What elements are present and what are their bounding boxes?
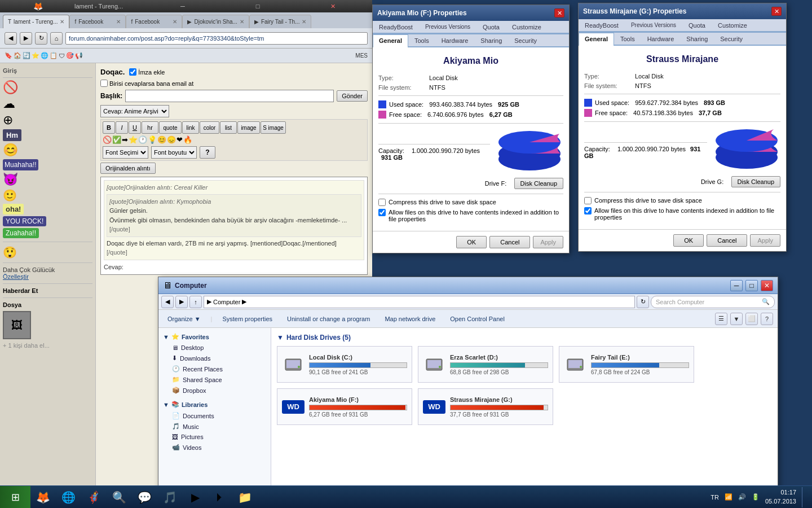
minimize-icon[interactable]: ─ bbox=[146, 3, 219, 10]
image-button[interactable]: image bbox=[237, 121, 260, 134]
back-button[interactable]: ◀ bbox=[161, 296, 174, 308]
baslik-input[interactable] bbox=[125, 90, 334, 102]
props-f-tab-readyboost[interactable]: ReadyBoost bbox=[373, 21, 419, 33]
taskbar-item-winamp[interactable]: 🎵 bbox=[158, 487, 182, 507]
start-button[interactable]: ⊞ bbox=[0, 486, 30, 509]
quote-button[interactable]: quote bbox=[159, 121, 182, 134]
emoji-check[interactable]: ✅ bbox=[112, 135, 121, 144]
props-g-cleanup-button[interactable]: Disk Cleanup bbox=[731, 176, 780, 187]
tab-fb2-close[interactable]: ✕ bbox=[173, 19, 177, 25]
drive-d[interactable]: Erza Scarlet (D:) 68,8 GB free of 298 GB bbox=[418, 346, 553, 383]
props-g-tab-security[interactable]: Security bbox=[714, 33, 749, 45]
props-f-tab-tools[interactable]: Tools bbox=[408, 34, 435, 46]
props-g-close-button[interactable]: ✕ bbox=[771, 7, 782, 16]
map-network-button[interactable]: Map network drive bbox=[380, 314, 440, 323]
tab-fb2[interactable]: f Facebook ✕ bbox=[126, 15, 182, 28]
drive-f[interactable]: WD Akiyama Mio (F:) 6,27 GB free of 931 … bbox=[277, 388, 412, 425]
tab-fb1[interactable]: f Facebook ✕ bbox=[69, 15, 126, 28]
view-options-button[interactable]: ▼ bbox=[730, 313, 743, 325]
organize-button[interactable]: Organize ▼ bbox=[163, 314, 205, 323]
search-box[interactable]: Search Computer 🔍 bbox=[651, 296, 775, 308]
link-button[interactable]: link bbox=[182, 121, 199, 134]
nav-item-pictures[interactable]: 🖼 Pictures bbox=[158, 432, 271, 442]
show-desktop-icon[interactable] bbox=[802, 487, 806, 507]
props-f-close-button[interactable]: ✕ bbox=[554, 8, 564, 17]
props-f-tab-prevversions[interactable]: Previous Versions bbox=[419, 21, 476, 33]
nav-item-music[interactable]: 🎵 Music bbox=[158, 421, 271, 432]
tab-djokovic[interactable]: ▶ Djokovic'in Sha... ✕ bbox=[182, 15, 249, 28]
view-toggle-button[interactable]: ☰ bbox=[715, 313, 727, 325]
italic-button[interactable]: I bbox=[116, 121, 128, 134]
taskbar-item-skype[interactable]: 💬 bbox=[133, 487, 156, 507]
emoji-star[interactable]: ⭐ bbox=[129, 135, 138, 144]
nav-item-documents[interactable]: 📄 Documents bbox=[158, 410, 271, 421]
libraries-header[interactable]: ▼ 📚 Libraries bbox=[158, 398, 271, 410]
help-button[interactable]: ? bbox=[761, 313, 773, 325]
emoji-sad[interactable]: 😞 bbox=[167, 135, 176, 144]
hr-button[interactable]: hr bbox=[142, 121, 158, 134]
nav-item-dropbox[interactable]: 📦 Dropbox bbox=[158, 385, 271, 396]
send-button[interactable]: Gönder bbox=[337, 90, 368, 102]
explorer-close-button[interactable]: ✕ bbox=[761, 280, 773, 291]
props-f-cleanup-button[interactable]: Disk Cleanup bbox=[514, 178, 563, 189]
original-quote-button[interactable]: Orijinalden alıntı bbox=[100, 163, 156, 174]
props-g-apply-button[interactable]: Apply bbox=[750, 234, 780, 247]
emoji-ban[interactable]: 🚫 bbox=[103, 135, 112, 144]
breadcrumb[interactable]: ▶ Computer ▶ bbox=[204, 296, 635, 308]
props-f-tab-general[interactable]: General bbox=[373, 34, 408, 47]
close-icon[interactable]: ✕ bbox=[296, 3, 369, 10]
tab-fb1-close[interactable]: ✕ bbox=[116, 19, 121, 25]
taskbar-item-firefox[interactable]: 🦊 bbox=[32, 487, 55, 507]
imza-checkbox[interactable] bbox=[129, 68, 136, 76]
props-g-compress-checkbox[interactable] bbox=[584, 197, 592, 204]
emoji-heart[interactable]: ❤ bbox=[176, 135, 183, 144]
props-g-tab-general[interactable]: General bbox=[579, 33, 614, 46]
browser-forward-button[interactable]: ▶ bbox=[20, 32, 32, 45]
tab-lament-close[interactable]: ✕ bbox=[60, 19, 64, 25]
editor-area[interactable]: [quote]Orijinalden alıntı: Cereal Killer… bbox=[100, 177, 368, 275]
browser-home-button[interactable]: ⌂ bbox=[50, 32, 63, 45]
props-g-tab-hardware[interactable]: Hardware bbox=[641, 33, 681, 45]
emoji-fire[interactable]: 🔥 bbox=[183, 135, 192, 144]
props-g-tab-prevversions[interactable]: Previous Versions bbox=[625, 19, 682, 31]
taskbar-item-chrome[interactable]: 🌐 bbox=[57, 487, 80, 507]
uninstall-button[interactable]: Uninstall or change a program bbox=[283, 314, 374, 323]
font-select[interactable]: Font Seçimi bbox=[103, 146, 148, 159]
emoji-clock[interactable]: 🕐 bbox=[138, 135, 147, 144]
props-g-cancel-button[interactable]: Cancel bbox=[707, 234, 747, 247]
emoji-arrow[interactable]: ➡ bbox=[122, 135, 128, 144]
browser-reload-button[interactable]: ↻ bbox=[35, 32, 47, 45]
props-f-tab-quota[interactable]: Quota bbox=[476, 21, 506, 33]
nav-item-recent[interactable]: 🕐 Recent Places bbox=[158, 364, 271, 374]
control-panel-button[interactable]: Open Control Panel bbox=[445, 314, 509, 323]
props-g-tab-sharing[interactable]: Sharing bbox=[680, 33, 714, 45]
tab-fairy-close[interactable]: ✕ bbox=[302, 19, 306, 25]
nav-item-desktop[interactable]: 🖥 Desktop bbox=[158, 343, 271, 353]
up-button[interactable]: ↑ bbox=[189, 296, 202, 308]
explorer-maximize-button[interactable]: □ bbox=[745, 280, 758, 291]
ozellestir-link[interactable]: Özelleştir bbox=[3, 273, 92, 280]
taskbar-item-folder[interactable]: 📁 bbox=[233, 487, 257, 507]
taskbar-item-search[interactable]: 🔍 bbox=[108, 487, 131, 507]
taskbar-item-spiderman[interactable]: 🦸 bbox=[82, 487, 105, 507]
props-f-tab-hardware[interactable]: Hardware bbox=[435, 34, 475, 46]
drive-c[interactable]: Local Disk (C:) 90,1 GB free of 241 GB bbox=[277, 346, 412, 383]
props-f-tab-security[interactable]: Security bbox=[508, 34, 543, 46]
favorites-header[interactable]: ▼ ⭐ Favorites bbox=[158, 331, 271, 343]
props-f-ok-button[interactable]: OK bbox=[456, 236, 487, 248]
help-fmt-button[interactable]: ? bbox=[200, 146, 215, 159]
simage-button[interactable]: S image bbox=[261, 121, 286, 134]
emoji-bulb[interactable]: 💡 bbox=[148, 135, 157, 144]
props-f-cancel-button[interactable]: Cancel bbox=[489, 236, 530, 248]
props-f-index-checkbox[interactable] bbox=[378, 209, 386, 216]
props-g-index-checkbox[interactable] bbox=[584, 207, 592, 214]
tab-lament[interactable]: T lament - Tureng... ✕ bbox=[3, 15, 69, 28]
font-size-select[interactable]: Font boyutu bbox=[151, 146, 197, 159]
props-g-tab-quota[interactable]: Quota bbox=[682, 19, 712, 31]
cevap-select[interactable]: Cevap: Anime Arşivi bbox=[100, 105, 169, 117]
browser-back-button[interactable]: ◀ bbox=[5, 32, 17, 45]
props-g-tab-customize[interactable]: Customize bbox=[712, 19, 753, 31]
explorer-minimize-button[interactable]: ─ bbox=[730, 280, 743, 291]
taskbar-item-player2[interactable]: ⏵ bbox=[209, 487, 231, 507]
preview-pane-button[interactable]: ⬜ bbox=[745, 313, 758, 325]
